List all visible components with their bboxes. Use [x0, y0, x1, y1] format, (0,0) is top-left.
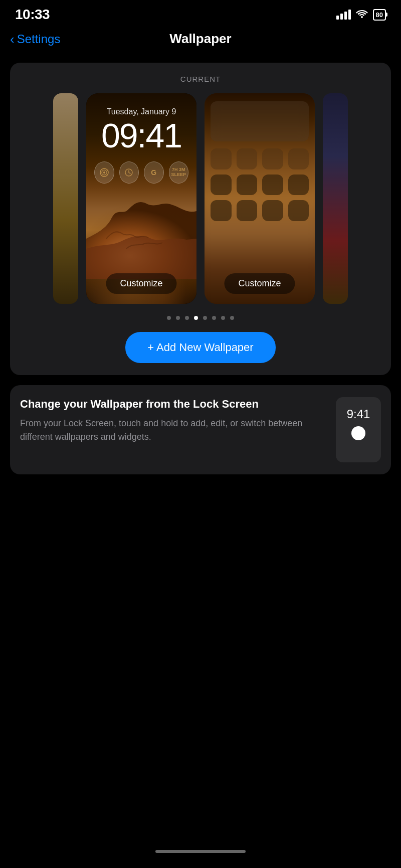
wallpaper-card: CURRENT Tuesday, January 9 09:41 — [10, 63, 391, 375]
home-indicator — [155, 850, 246, 853]
home-app-grid-row3 — [211, 200, 309, 221]
lock-screen-preview[interactable]: Tuesday, January 9 09:41 — [86, 93, 196, 304]
bottom-spacer — [0, 484, 401, 585]
lock-screen-mini-preview: 9:41 — [336, 397, 381, 462]
page-dot-6[interactable] — [212, 316, 216, 320]
wallpaper-peek-left[interactable] — [53, 93, 78, 304]
mini-preview-time: 9:41 — [347, 407, 370, 421]
app-icon — [237, 148, 258, 169]
home-app-grid-row1 — [211, 148, 309, 169]
page-title: Wallpaper — [169, 31, 231, 47]
app-icon — [211, 148, 232, 169]
home-bar — [0, 840, 401, 863]
status-icons: 80 — [336, 9, 386, 21]
main-content: CURRENT Tuesday, January 9 09:41 — [0, 53, 401, 484]
app-icon — [262, 148, 283, 169]
add-wallpaper-button[interactable]: + Add New Wallpaper — [125, 332, 276, 363]
page-dot-3[interactable] — [185, 316, 189, 320]
back-label: Settings — [17, 32, 61, 46]
app-icon — [237, 175, 258, 196]
page-dot-4-active[interactable] — [194, 316, 198, 320]
nav-bar: ‹ Settings Wallpaper — [0, 27, 401, 53]
section-label: CURRENT — [20, 75, 381, 83]
page-dot-2[interactable] — [176, 316, 180, 320]
app-icon — [262, 175, 283, 196]
page-dot-5[interactable] — [203, 316, 207, 320]
home-screen-preview[interactable]: Customize — [205, 93, 315, 304]
lock-time: 09:41 — [94, 118, 188, 152]
app-icon — [288, 175, 309, 196]
home-content — [205, 93, 315, 221]
info-description: From your Lock Screen, touch and hold to… — [20, 417, 326, 444]
page-dot-7[interactable] — [221, 316, 225, 320]
home-app-grid-row2 — [211, 175, 309, 196]
app-icon — [211, 175, 232, 196]
wifi-icon — [356, 9, 368, 21]
info-text: Change your Wallpaper from the Lock Scre… — [20, 397, 326, 444]
info-card: Change your Wallpaper from the Lock Scre… — [10, 385, 391, 474]
battery-icon: 80 — [373, 9, 386, 21]
info-title: Change your Wallpaper from the Lock Scre… — [20, 397, 326, 412]
home-customize-button[interactable]: Customize — [224, 273, 295, 294]
app-icon — [288, 200, 309, 221]
app-icon — [288, 148, 309, 169]
lock-customize-button[interactable]: Customize — [106, 273, 176, 294]
signal-icon — [336, 10, 351, 20]
status-bar: 10:33 80 — [0, 0, 401, 27]
app-icon — [211, 200, 232, 221]
chevron-left-icon: ‹ — [10, 33, 15, 46]
page-dot-8[interactable] — [230, 316, 234, 320]
mini-preview-dot — [351, 426, 365, 440]
app-icon — [237, 200, 258, 221]
home-top-widget — [211, 101, 309, 141]
status-time: 10:33 — [15, 7, 50, 23]
app-icon — [262, 200, 283, 221]
battery-level: 80 — [373, 9, 386, 21]
wallpaper-peek-right[interactable] — [323, 93, 348, 304]
lock-date: Tuesday, January 9 — [94, 107, 188, 116]
page-dot-1[interactable] — [167, 316, 171, 320]
page-dots — [20, 316, 381, 320]
back-button[interactable]: ‹ Settings — [10, 32, 60, 46]
wallpaper-previews: Tuesday, January 9 09:41 — [20, 93, 381, 304]
